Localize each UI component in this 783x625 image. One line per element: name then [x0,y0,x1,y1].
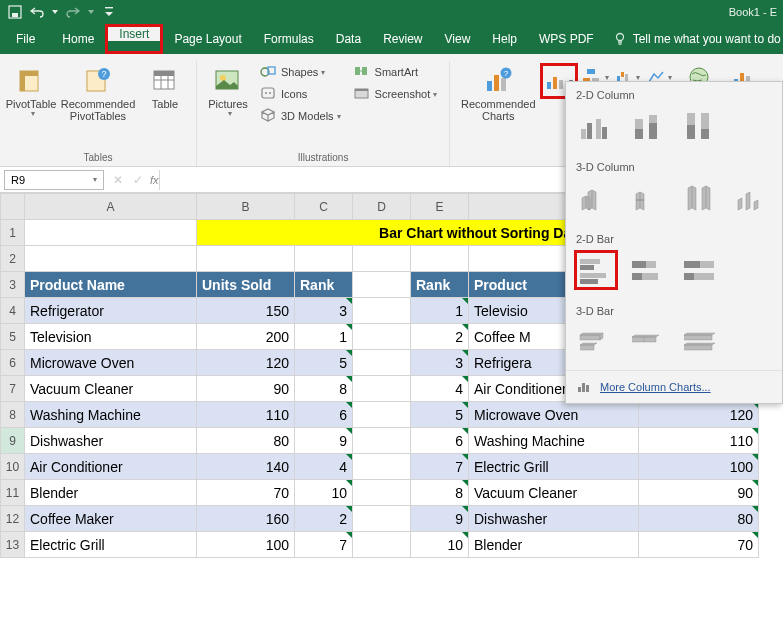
undo-split-icon[interactable] [51,4,59,20]
recommended-charts-button[interactable]: ? Recommended Charts [456,61,540,125]
cell[interactable]: Electric Grill [25,532,197,558]
cell[interactable]: Blender [25,480,197,506]
pivottable-button[interactable]: PivotTable▾ [6,61,56,125]
tab-home[interactable]: Home [51,24,105,54]
cell[interactable]: 80 [197,428,295,454]
col-header-E[interactable]: E [411,194,469,220]
cell[interactable]: Dishwasher [25,428,197,454]
row-header[interactable]: 4 [1,298,25,324]
row-header[interactable]: 13 [1,532,25,558]
stacked-bar-button[interactable] [626,250,670,290]
undo-icon[interactable] [29,4,45,20]
cell[interactable]: Washing Machine [25,402,197,428]
stacked-column-button[interactable] [626,106,670,146]
cell[interactable]: Microwave Oven [25,350,197,376]
cell[interactable]: 3 [411,350,469,376]
cell[interactable]: 1 [411,298,469,324]
tab-page-layout[interactable]: Page Layout [163,24,252,54]
cell[interactable]: 9 [411,506,469,532]
cell[interactable]: 3 [295,298,353,324]
cell[interactable]: 4 [295,454,353,480]
cell[interactable]: 100 [197,532,295,558]
3d-100-stacked-bar-button[interactable] [678,322,722,362]
row-header[interactable]: 9 [1,428,25,454]
cell[interactable]: Refrigerator [25,298,197,324]
tab-data[interactable]: Data [325,24,372,54]
cell[interactable]: 70 [639,532,759,558]
row-header[interactable]: 11 [1,480,25,506]
tab-view[interactable]: View [434,24,482,54]
tab-help[interactable]: Help [481,24,528,54]
row-header[interactable]: 5 [1,324,25,350]
cell[interactable]: 140 [197,454,295,480]
row-header[interactable]: 2 [1,246,25,272]
more-column-charts-link[interactable]: More Column Charts... [566,370,782,403]
worksheet-grid[interactable]: A B C D E 1 Bar Chart without Sorting Da… [0,193,783,558]
header-units-sold[interactable]: Units Sold [197,272,295,298]
col-header-D[interactable]: D [353,194,411,220]
row-header[interactable]: 10 [1,454,25,480]
cell[interactable]: Television [25,324,197,350]
enter-icon[interactable]: ✓ [128,173,148,187]
cell[interactable]: 4 [411,376,469,402]
cell[interactable]: Washing Machine [469,428,639,454]
cell[interactable]: 6 [295,402,353,428]
cell[interactable]: Air Conditioner [25,454,197,480]
row-header[interactable]: 1 [1,220,25,246]
cell[interactable]: 150 [197,298,295,324]
cell[interactable]: 8 [295,376,353,402]
cell[interactable]: Blender [469,532,639,558]
cell[interactable]: 5 [411,402,469,428]
tab-wps-pdf[interactable]: WPS PDF [528,24,605,54]
cell[interactable]: Vacuum Cleaner [25,376,197,402]
save-icon[interactable] [7,4,23,20]
row-header[interactable]: 8 [1,402,25,428]
3d-column-button[interactable] [730,178,774,218]
cancel-icon[interactable]: ✕ [108,173,128,187]
cell[interactable]: 1 [295,324,353,350]
tab-review[interactable]: Review [372,24,433,54]
cell[interactable]: 70 [197,480,295,506]
3d-100-stacked-column-button[interactable] [678,178,722,218]
redo-split-icon[interactable] [87,4,95,20]
shapes-button[interactable]: Shapes▾ [253,61,347,83]
redo-icon[interactable] [65,4,81,20]
pictures-button[interactable]: Pictures▾ [203,61,253,127]
row-header[interactable]: 3 [1,272,25,298]
3d-clustered-column-button[interactable] [574,178,618,218]
3d-stacked-column-button[interactable] [626,178,670,218]
cell[interactable]: 160 [197,506,295,532]
cell[interactable]: Dishwasher [469,506,639,532]
smartart-button[interactable]: SmartArt [347,61,444,83]
3d-clustered-bar-button[interactable] [574,322,618,362]
tab-insert[interactable]: Insert [108,27,160,41]
recommended-pivottables-button[interactable]: ? Recommended PivotTables [56,61,140,125]
cell[interactable]: 2 [411,324,469,350]
col-header-C[interactable]: C [295,194,353,220]
3d-models-button[interactable]: 3D Models▾ [253,105,347,127]
cell[interactable]: 80 [639,506,759,532]
cell[interactable]: 200 [197,324,295,350]
tab-formulas[interactable]: Formulas [253,24,325,54]
select-all-corner[interactable] [1,194,25,220]
row-header[interactable]: 12 [1,506,25,532]
qat-more-icon[interactable] [101,4,117,20]
clustered-bar-button[interactable] [574,250,618,290]
stacked-100-bar-button[interactable] [678,250,722,290]
cell[interactable]: 10 [411,532,469,558]
cell[interactable]: Microwave Oven [469,402,639,428]
cell[interactable]: Coffee Maker [25,506,197,532]
cell[interactable]: 10 [295,480,353,506]
cell[interactable]: 120 [197,350,295,376]
stacked-100-column-button[interactable] [678,106,722,146]
cell[interactable]: 7 [295,532,353,558]
cell[interactable]: 2 [295,506,353,532]
cell[interactable]: 90 [639,480,759,506]
cell[interactable]: 7 [411,454,469,480]
cell[interactable]: 8 [411,480,469,506]
header-product-name[interactable]: Product Name [25,272,197,298]
screenshot-button[interactable]: Screenshot▾ [347,83,444,105]
cell[interactable]: 90 [197,376,295,402]
cell[interactable]: 110 [639,428,759,454]
cell[interactable]: 5 [295,350,353,376]
